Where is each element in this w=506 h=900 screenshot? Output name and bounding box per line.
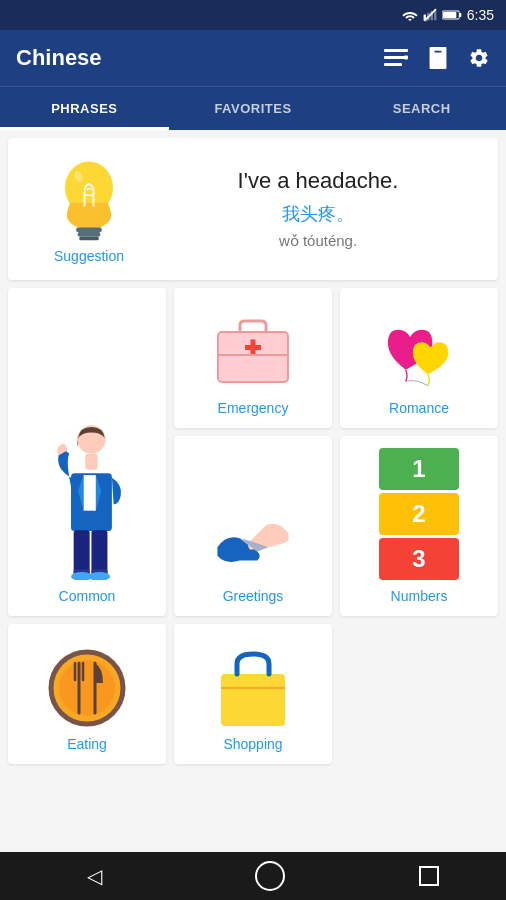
category-romance[interactable]: Romance bbox=[340, 288, 498, 428]
tab-phrases[interactable]: PHRASES bbox=[0, 87, 169, 130]
svg-rect-23 bbox=[85, 454, 97, 470]
emergency-icon bbox=[213, 312, 293, 392]
tab-favorites[interactable]: FAVORITES bbox=[169, 87, 338, 130]
battery-icon bbox=[442, 9, 462, 21]
greetings-label: Greetings bbox=[223, 588, 284, 604]
svg-rect-6 bbox=[443, 12, 456, 18]
recent-button[interactable] bbox=[419, 866, 439, 886]
phrase-pinyin: wǒ tóuténg. bbox=[162, 232, 474, 250]
status-bar: 6:35 bbox=[0, 0, 506, 30]
emergency-label: Emergency bbox=[218, 400, 289, 416]
numbers-icon: 1 2 3 bbox=[379, 448, 459, 580]
suggestion-card[interactable]: Suggestion I've a headache. 我头疼。 wǒ tóut… bbox=[8, 138, 498, 280]
greetings-icon bbox=[213, 500, 293, 580]
svg-rect-16 bbox=[76, 228, 102, 233]
header-icons bbox=[384, 47, 490, 69]
svg-rect-8 bbox=[384, 49, 408, 52]
svg-rect-33 bbox=[251, 340, 256, 356]
svg-point-37 bbox=[59, 660, 115, 716]
app-title: Chinese bbox=[16, 45, 102, 71]
svg-rect-22 bbox=[83, 475, 95, 511]
bookmark-icon[interactable] bbox=[428, 47, 448, 69]
signal-blocked-icon bbox=[423, 8, 437, 22]
header: Chinese bbox=[0, 30, 506, 86]
suggestion-text: I've a headache. 我头疼。 wǒ tóuténg. bbox=[154, 168, 482, 250]
svg-rect-10 bbox=[384, 63, 402, 66]
wifi-icon bbox=[402, 9, 418, 21]
numbers-label: Numbers bbox=[391, 588, 448, 604]
eating-label: Eating bbox=[67, 736, 107, 752]
category-eating[interactable]: Eating bbox=[8, 624, 166, 764]
svg-rect-18 bbox=[79, 237, 99, 241]
category-shopping[interactable]: Shopping bbox=[174, 624, 332, 764]
shopping-icon bbox=[213, 648, 293, 728]
svg-rect-7 bbox=[459, 13, 461, 17]
suggestion-left: Suggestion bbox=[24, 154, 154, 264]
tabs: PHRASES FAVORITES SEARCH bbox=[0, 86, 506, 130]
svg-rect-14 bbox=[434, 51, 441, 53]
phrase-chinese: 我头疼。 bbox=[162, 202, 474, 226]
category-greetings[interactable]: Greetings bbox=[174, 436, 332, 616]
suggestion-label: Suggestion bbox=[54, 248, 124, 264]
status-icons: 6:35 bbox=[402, 7, 494, 23]
romance-label: Romance bbox=[389, 400, 449, 416]
settings-icon[interactable] bbox=[468, 47, 490, 69]
category-emergency[interactable]: Emergency bbox=[174, 288, 332, 428]
bulb-icon bbox=[49, 154, 129, 244]
eating-icon bbox=[47, 648, 127, 728]
svg-rect-17 bbox=[78, 232, 101, 237]
list-icon[interactable] bbox=[384, 49, 408, 67]
phrase-english: I've a headache. bbox=[162, 168, 474, 194]
category-common[interactable]: Common bbox=[8, 288, 166, 616]
common-icon bbox=[32, 420, 142, 580]
romance-icon bbox=[379, 312, 459, 392]
category-grid: Common Emergency bbox=[8, 288, 498, 764]
category-numbers[interactable]: 1 2 3 Numbers bbox=[340, 436, 498, 616]
home-button[interactable] bbox=[255, 861, 285, 891]
svg-rect-42 bbox=[221, 674, 285, 726]
bottom-nav: ◁ bbox=[0, 852, 506, 900]
common-label: Common bbox=[59, 588, 116, 604]
status-time: 6:35 bbox=[467, 7, 494, 23]
back-button[interactable]: ◁ bbox=[67, 856, 122, 896]
tab-search[interactable]: SEARCH bbox=[337, 87, 506, 130]
shopping-label: Shopping bbox=[223, 736, 282, 752]
